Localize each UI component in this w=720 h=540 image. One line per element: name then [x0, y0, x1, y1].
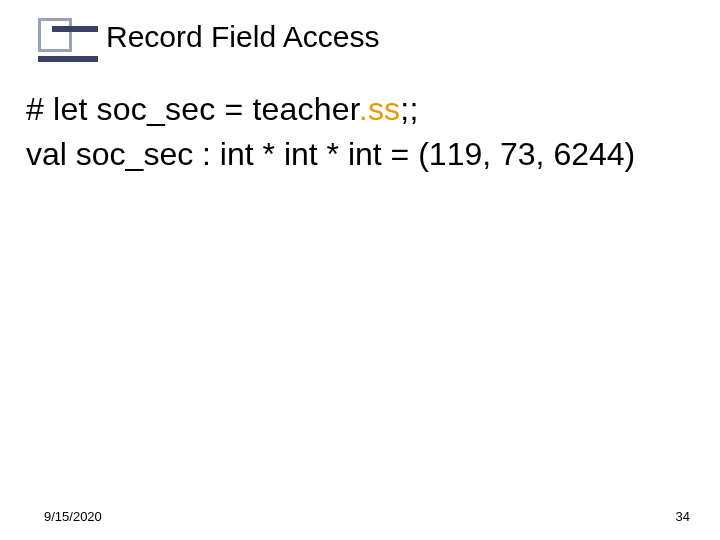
code-line1-pre: # let soc_sec = teacher — [26, 91, 359, 127]
code-line1-post: ;; — [400, 91, 418, 127]
slide: Record Field Access # let soc_sec = teac… — [0, 0, 720, 540]
title-decor-square — [38, 18, 72, 52]
slide-body: # let soc_sec = teacher.ss;; val soc_sec… — [26, 88, 694, 176]
footer-date: 9/15/2020 — [44, 509, 102, 524]
code-line-2: val soc_sec : int * int * int = (119, 73… — [26, 133, 694, 176]
title-decor-bar-bottom — [38, 56, 98, 62]
footer-page-number: 34 — [676, 509, 690, 524]
code-line-1: # let soc_sec = teacher.ss;; — [26, 88, 694, 131]
slide-title: Record Field Access — [106, 20, 379, 54]
code-line1-highlight: .ss — [359, 91, 401, 127]
title-decor-bar-top — [52, 26, 98, 32]
